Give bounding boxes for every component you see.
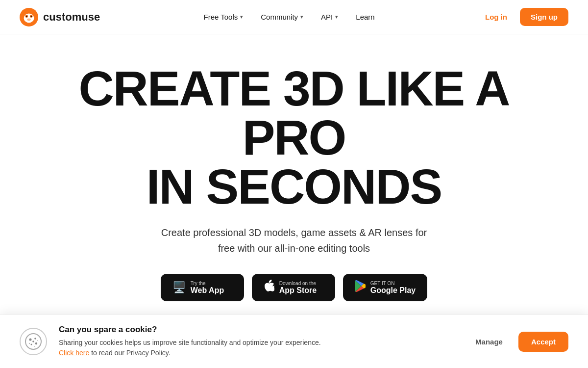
svg-point-5 <box>30 15 32 17</box>
cookie-text-block: Can you spare a cookie? Sharing your coo… <box>59 325 456 358</box>
svg-point-4 <box>26 15 27 17</box>
google-play-button[interactable]: GET IT ON Google Play <box>343 274 427 301</box>
nav-api[interactable]: API ▾ <box>314 9 345 25</box>
svg-point-7 <box>22 10 25 15</box>
svg-point-13 <box>31 344 32 345</box>
nav-free-tools[interactable]: Free Tools ▾ <box>196 9 250 25</box>
navbar: customuse Free Tools ▾ Community ▾ API ▾… <box>0 0 588 34</box>
chevron-down-icon: ▾ <box>240 14 243 20</box>
hero-subtitle: Create professional 3D models, game asse… <box>157 225 431 256</box>
login-button[interactable]: Log in <box>478 9 514 25</box>
svg-point-6 <box>27 18 31 21</box>
google-play-icon <box>355 280 366 295</box>
logo-text: customuse <box>43 11 100 24</box>
svg-point-10 <box>29 339 32 341</box>
cookie-icon <box>20 328 47 355</box>
logo-link[interactable]: customuse <box>20 8 100 26</box>
svg-point-8 <box>33 10 37 15</box>
svg-point-16 <box>37 340 38 341</box>
signup-button[interactable]: Sign up <box>520 8 568 26</box>
app-store-button[interactable]: Download on the App Store <box>252 274 335 301</box>
hero-title: CREATE 3D LIKE A PRO IN SECONDS <box>37 64 551 211</box>
cookie-accept-button[interactable]: Accept <box>518 332 568 352</box>
svg-point-15 <box>29 343 30 344</box>
nav-learn[interactable]: Learn <box>349 9 381 25</box>
chevron-down-icon: ▾ <box>335 14 338 20</box>
nav-community[interactable]: Community ▾ <box>254 9 310 25</box>
hero-cta-buttons: 🖥️ Try the Web App Download on the App S… <box>161 274 427 301</box>
svg-point-14 <box>32 341 34 342</box>
nav-actions: Log in Sign up <box>478 8 568 26</box>
cookie-title: Can you spare a cookie? <box>59 325 456 335</box>
monitor-icon: 🖥️ <box>172 281 186 294</box>
cookie-actions: Manage Accept <box>467 332 568 352</box>
svg-point-12 <box>35 342 37 344</box>
nav-links: Free Tools ▾ Community ▾ API ▾ Learn <box>196 9 381 25</box>
web-app-button[interactable]: 🖥️ Try the Web App <box>161 274 244 301</box>
apple-icon <box>264 280 274 295</box>
svg-point-1 <box>24 13 34 23</box>
svg-point-11 <box>34 338 36 340</box>
cookie-manage-button[interactable]: Manage <box>467 333 511 351</box>
logo-icon <box>20 8 38 26</box>
cookie-description: Sharing your cookies helps us improve si… <box>59 338 456 358</box>
cookie-banner: Can you spare a cookie? Sharing your coo… <box>0 315 588 368</box>
chevron-down-icon: ▾ <box>300 14 303 20</box>
cookie-privacy-link[interactable]: Click here <box>59 349 89 357</box>
svg-point-17 <box>34 346 35 347</box>
